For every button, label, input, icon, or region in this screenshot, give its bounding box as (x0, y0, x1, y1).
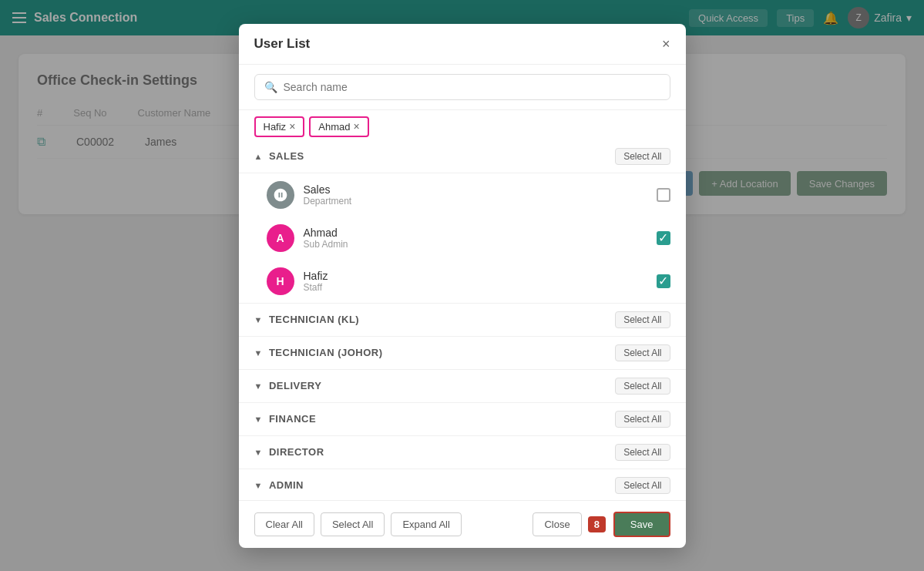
list-item-ahmad: A Ahmad Sub Admin ✓ (239, 217, 686, 260)
user-role-hafiz: Staff (304, 282, 647, 293)
checkbox-sales-dept[interactable] (657, 188, 670, 202)
select-all-director[interactable]: Select All (615, 444, 670, 461)
select-all-button[interactable]: Select All (321, 512, 385, 536)
select-all-tech-johor[interactable]: Select All (615, 344, 670, 361)
group-header-tech-kl[interactable]: ▼ TECHNICIAN (KL) Select All (239, 304, 686, 337)
group-name-finance: FINANCE (269, 413, 316, 425)
group-label-tech-johor: ▼ TECHNICIAN (JOHOR) (254, 347, 383, 358)
group-label-admin: ▼ ADMIN (254, 479, 304, 491)
group-name-tech-johor: TECHNICIAN (JOHOR) (269, 347, 383, 358)
user-info-hafiz: Hafiz Staff (304, 270, 647, 293)
tag-label-ahmad: Ahmad (318, 121, 350, 133)
group-header-tech-johor[interactable]: ▼ TECHNICIAN (JOHOR) Select All (239, 337, 686, 370)
group-items-sales: Sales Department A Ahmad Sub Admin ✓ (239, 173, 686, 304)
select-all-tech-kl[interactable]: Select All (615, 311, 670, 328)
user-info-ahmad: Ahmad Sub Admin (304, 227, 647, 250)
group-label-tech-kl: ▼ TECHNICIAN (KL) (254, 314, 360, 325)
avatar-sales-dept (267, 181, 294, 209)
chevron-up-icon: ▲ (254, 152, 263, 161)
group-header-director[interactable]: ▼ DIRECTOR Select All (239, 436, 686, 469)
group-header-finance[interactable]: ▼ FINANCE Select All (239, 403, 686, 436)
tag-close-ahmad[interactable]: × (354, 121, 360, 132)
avatar-hafiz: H (267, 267, 294, 295)
modal-header: User List × (239, 24, 686, 65)
chevron-right-icon-director: ▼ (254, 448, 263, 457)
chevron-right-icon-delivery: ▼ (254, 381, 263, 391)
modal-close-button[interactable]: × (662, 37, 670, 51)
modal-body: ▲ SALES Select All Sales Department (239, 140, 686, 500)
user-name-hafiz: Hafiz (304, 270, 647, 282)
clear-all-button[interactable]: Clear All (254, 512, 314, 536)
tag-hafiz: Hafiz × (254, 116, 305, 137)
user-role-ahmad: Sub Admin (304, 239, 647, 250)
close-button[interactable]: Close (533, 512, 581, 536)
group-label-finance: ▼ FINANCE (254, 413, 317, 425)
save-button[interactable]: Save (613, 512, 670, 537)
save-badge-count: 8 (588, 516, 606, 532)
user-name-sales-dept: Sales (304, 183, 647, 196)
user-info-sales-dept: Sales Department (304, 183, 647, 207)
group-header-admin[interactable]: ▼ ADMIN Select All (239, 469, 686, 500)
group-name-delivery: DELIVERY (269, 380, 322, 391)
group-label-sales: ▲ SALES (254, 150, 304, 162)
modal-overlay: User List × 🔍 Hafiz × Ahmad × (0, 0, 924, 571)
modal-footer: Clear All Select All Expand All Close 8 … (239, 500, 686, 548)
chevron-right-icon-tech-kl: ▼ (254, 315, 263, 324)
tag-close-hafiz[interactable]: × (289, 121, 295, 132)
group-name-sales: SALES (269, 150, 304, 162)
user-name-ahmad: Ahmad (304, 227, 647, 239)
checkbox-ahmad[interactable]: ✓ (657, 231, 670, 245)
search-box: 🔍 (254, 74, 670, 100)
select-all-sales[interactable]: Select All (615, 148, 670, 165)
selected-tags: Hafiz × Ahmad × (239, 110, 686, 140)
user-role-sales-dept: Department (304, 196, 647, 207)
group-name-admin: ADMIN (269, 479, 304, 491)
select-all-delivery[interactable]: Select All (615, 378, 670, 395)
modal-title: User List (254, 36, 311, 52)
checkbox-hafiz[interactable]: ✓ (657, 274, 670, 288)
tag-label-hafiz: Hafiz (264, 121, 287, 133)
group-name-director: DIRECTOR (269, 446, 324, 458)
select-all-admin[interactable]: Select All (615, 477, 670, 494)
list-item-hafiz: H Hafiz Staff ✓ (239, 260, 686, 303)
footer-right-buttons: Close 8 Save (533, 512, 670, 537)
tag-ahmad: Ahmad × (309, 116, 368, 137)
group-label-director: ▼ DIRECTOR (254, 446, 324, 458)
modal-search: 🔍 (239, 65, 686, 110)
expand-all-button[interactable]: Expand All (391, 512, 461, 536)
svg-rect-0 (275, 191, 285, 193)
group-name-tech-kl: TECHNICIAN (KL) (269, 314, 359, 325)
footer-left-buttons: Clear All Select All Expand All (254, 512, 462, 536)
group-header-sales[interactable]: ▲ SALES Select All (239, 140, 686, 173)
list-item-sales-dept: Sales Department (239, 173, 686, 217)
group-header-delivery[interactable]: ▼ DELIVERY Select All (239, 370, 686, 403)
avatar-ahmad: A (267, 224, 294, 252)
chevron-right-icon-admin: ▼ (254, 481, 263, 490)
chevron-right-icon-tech-johor: ▼ (254, 348, 263, 358)
group-label-delivery: ▼ DELIVERY (254, 380, 322, 391)
chevron-right-icon-finance: ▼ (254, 415, 263, 424)
select-all-finance[interactable]: Select All (615, 411, 670, 428)
search-input[interactable] (284, 81, 660, 93)
user-list-modal: User List × 🔍 Hafiz × Ahmad × (239, 24, 686, 548)
search-icon: 🔍 (264, 81, 277, 93)
